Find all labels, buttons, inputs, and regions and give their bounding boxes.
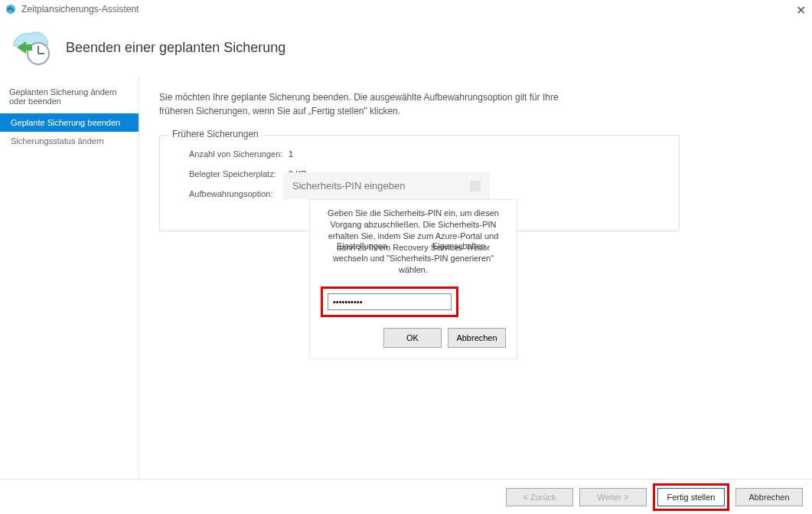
cancel-button[interactable]: Abbrechen bbox=[735, 488, 803, 506]
next-button[interactable]: Weiter > bbox=[579, 488, 647, 506]
close-icon[interactable]: ✕ bbox=[796, 3, 806, 18]
sidebar-item-stop-backup[interactable]: Geplante Sicherung beenden bbox=[0, 113, 139, 132]
app-icon bbox=[5, 3, 17, 15]
sidebar-item-change-status[interactable]: Sicherungsstatus ändern bbox=[0, 132, 139, 150]
footer: < Zurück Weiter > Fertig stellen Abbrech… bbox=[0, 479, 812, 514]
security-pin-input[interactable] bbox=[328, 293, 452, 310]
finish-highlight: Fertig stellen bbox=[653, 483, 729, 511]
pin-header-close-icon[interactable] bbox=[470, 181, 481, 192]
titlebar: Zeitplansicherungs-Assistent ✕ bbox=[0, 0, 812, 18]
label-disk-space: Belegter Speicherplatz: bbox=[189, 169, 289, 178]
pin-header-bar: Sicherheits-PIN eingeben bbox=[283, 172, 497, 199]
pin-ok-button[interactable]: OK bbox=[383, 328, 442, 348]
back-button[interactable]: < Zurück bbox=[506, 488, 573, 506]
pin-dialog-message: Geben Sie die Sicherheits-PIN ein, um di… bbox=[321, 208, 506, 276]
finish-button[interactable]: Fertig stellen bbox=[657, 488, 725, 506]
pin-header-title: Sicherheits-PIN eingeben bbox=[292, 180, 405, 192]
value-backup-count: 1 bbox=[289, 149, 293, 159]
label-retention: Aufbewahrungsoption: bbox=[189, 189, 289, 198]
header: Beenden einer geplanten Sicherung bbox=[0, 18, 812, 83]
group-legend: Frühere Sicherungen bbox=[168, 129, 263, 139]
page-heading: Beenden einer geplanten Sicherung bbox=[66, 40, 285, 56]
label-backup-count: Anzahl von Sicherungen: bbox=[189, 149, 289, 159]
security-pin-dialog: Geben Sie die Sicherheits-PIN ein, um di… bbox=[309, 199, 517, 359]
sidebar-section-title: Geplanten Sicherung ändern oder beenden bbox=[0, 83, 139, 113]
pin-cancel-button[interactable]: Abbrechen bbox=[448, 328, 506, 348]
wizard-icon bbox=[9, 26, 52, 69]
row-backup-count: Anzahl von Sicherungen: 1 bbox=[189, 149, 665, 159]
sidebar: Geplanten Sicherung ändern oder beenden … bbox=[0, 77, 139, 479]
intro-text: Sie möchten Ihre geplante Sicherung been… bbox=[159, 90, 588, 118]
pin-dialog-buttons: OK Abbrechen bbox=[321, 328, 506, 348]
window-title: Zeitplansicherungs-Assistent bbox=[21, 4, 139, 15]
pin-input-highlight bbox=[321, 286, 458, 317]
